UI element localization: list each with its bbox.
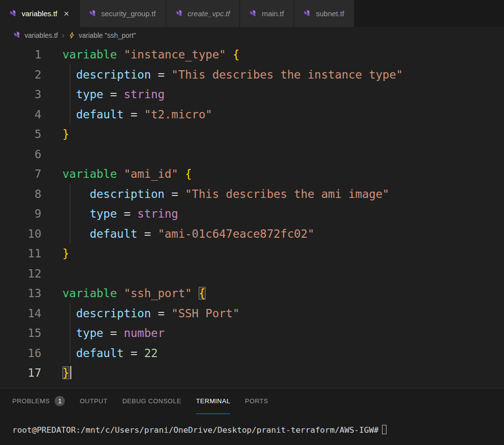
code-content: default = "ami-01c647eace872fc02" [62, 224, 314, 244]
code-content: type = number [62, 323, 165, 343]
code-line[interactable]: 17} [0, 363, 504, 383]
tab-security_group.tf[interactable]: security_group.tf [80, 0, 166, 27]
line-number[interactable]: 16 [0, 343, 41, 363]
panel-tab-label: PROBLEMS [12, 397, 50, 405]
code-content: default = "t2.micro" [62, 105, 212, 125]
tab-main.tf[interactable]: main.tf [240, 0, 294, 27]
indent-guide [70, 304, 70, 324]
line-number[interactable]: 15 [0, 323, 41, 343]
line-number[interactable]: 7 [0, 164, 41, 184]
panel-tab-label: OUTPUT [80, 397, 107, 405]
code-content: type = string [62, 204, 178, 224]
close-icon[interactable]: × [64, 9, 69, 18]
problems-count-badge: 1 [55, 396, 65, 406]
tab-label: main.tf [262, 9, 284, 18]
line-number[interactable]: 8 [0, 184, 41, 204]
tab-label: create_vpc.tf [188, 9, 230, 18]
tab-create_vpc.tf[interactable]: create_vpc.tf [166, 0, 240, 27]
panel-tab-ports[interactable]: PORTS [245, 389, 268, 414]
panel-tab-debug-console[interactable]: DEBUG CONSOLE [122, 389, 181, 414]
panel-tab-label: DEBUG CONSOLE [122, 397, 181, 405]
text-cursor [70, 366, 71, 379]
code-line[interactable]: 15 type = number [0, 323, 504, 343]
panel-tab-output[interactable]: OUTPUT [80, 389, 107, 414]
tab-subnet.tf[interactable]: subnet.tf [294, 0, 354, 27]
terraform-icon [89, 10, 97, 17]
indent-guide [70, 105, 70, 125]
line-number[interactable]: 9 [0, 204, 41, 224]
line-number[interactable]: 12 [0, 264, 41, 284]
line-number[interactable]: 6 [0, 144, 41, 165]
code-editor[interactable]: 1variable "instance_type" {2 description… [0, 43, 504, 388]
chevron-right-icon: › [62, 31, 64, 40]
vscode-window: variables.tf×security_group.tfcreate_vpc… [0, 0, 504, 445]
code-line[interactable]: 7variable "ami_id" { [0, 164, 504, 184]
line-number[interactable]: 1 [0, 45, 41, 65]
line-number[interactable]: 17 [0, 363, 41, 383]
code-line[interactable]: 3 type = string [0, 84, 504, 105]
code-line[interactable]: 16 default = 22 [0, 343, 504, 363]
code-content: } [62, 363, 71, 383]
breadcrumb-symbol[interactable]: variable "ssh_port" [79, 31, 136, 39]
code-line[interactable]: 4 default = "t2.micro" [0, 105, 504, 125]
indent-guide [70, 84, 70, 105]
code-line[interactable]: 13variable "ssh_port" { [0, 283, 504, 304]
symbol-event-icon [68, 31, 75, 39]
indent-guide [70, 204, 70, 224]
code-content: } [62, 244, 69, 264]
line-number[interactable]: 13 [0, 283, 41, 304]
breadcrumb: variables.tf › variable "ssh_port" [0, 27, 504, 43]
terraform-icon [10, 10, 17, 17]
indent-guide [70, 65, 70, 85]
panel-tab-terminal[interactable]: TERMINAL [196, 389, 231, 414]
line-number[interactable]: 3 [0, 84, 41, 105]
code-content: description = "SSH Port" [62, 304, 239, 324]
bottom-panel: PROBLEMS1OUTPUTDEBUG CONSOLETERMINALPORT… [0, 388, 504, 445]
code-content: description = "This describes the instan… [62, 65, 403, 85]
terminal-cursor [382, 425, 386, 434]
code-content: description = "This describes the ami im… [62, 184, 389, 204]
panel-tab-bar: PROBLEMS1OUTPUTDEBUG CONSOLETERMINALPORT… [0, 389, 504, 414]
indent-guide [70, 323, 70, 343]
code-line[interactable]: 9 type = string [0, 204, 504, 224]
line-number[interactable]: 5 [0, 124, 41, 144]
code-content: variable "ami_id" { [62, 164, 192, 184]
terraform-icon [14, 31, 21, 39]
indent-guide [70, 224, 70, 244]
code-content: variable "instance_type" { [62, 45, 239, 65]
indent-guide [70, 184, 70, 204]
code-line[interactable]: 5} [0, 124, 504, 144]
code-line[interactable]: 1variable "instance_type" { [0, 45, 504, 65]
breadcrumb-file[interactable]: variables.tf [25, 31, 58, 39]
line-number[interactable]: 14 [0, 304, 41, 324]
code-content: variable "ssh_port" { [62, 283, 206, 304]
code-line[interactable]: 14 description = "SSH Port" [0, 304, 504, 324]
code-line[interactable]: 11} [0, 244, 504, 264]
panel-tab-problems[interactable]: PROBLEMS1 [12, 389, 65, 414]
terminal[interactable]: root@PREDATOR:/mnt/c/Users/prani/OneDriv… [0, 414, 504, 435]
terraform-icon [304, 10, 311, 17]
code-content: } [62, 124, 69, 144]
terraform-icon [250, 10, 257, 17]
line-number[interactable]: 10 [0, 224, 41, 244]
terraform-icon [176, 10, 183, 17]
tab-label: subnet.tf [316, 9, 344, 18]
editor-tab-bar: variables.tf×security_group.tfcreate_vpc… [0, 0, 504, 27]
panel-tab-label: TERMINAL [196, 397, 231, 405]
line-number[interactable]: 2 [0, 65, 41, 85]
code-line[interactable]: 10 default = "ami-01c647eace872fc02" [0, 224, 504, 244]
code-line[interactable]: 8 description = "This describes the ami … [0, 184, 504, 204]
indent-guide [70, 343, 70, 363]
terminal-prompt: root@PREDATOR:/mnt/c/Users/prani/OneDriv… [12, 425, 379, 435]
line-number[interactable]: 11 [0, 244, 41, 264]
line-number[interactable]: 4 [0, 105, 41, 125]
code-line[interactable]: 6 [0, 144, 504, 165]
tab-label: security_group.tf [101, 9, 156, 18]
code-line[interactable]: 2 description = "This describes the inst… [0, 65, 504, 85]
code-content: type = string [62, 84, 165, 105]
code-line[interactable]: 12 [0, 264, 504, 284]
code-content: default = 22 [62, 343, 158, 363]
tab-label: variables.tf [22, 9, 58, 18]
tab-variables.tf[interactable]: variables.tf× [0, 0, 79, 27]
panel-tab-label: PORTS [245, 397, 268, 405]
